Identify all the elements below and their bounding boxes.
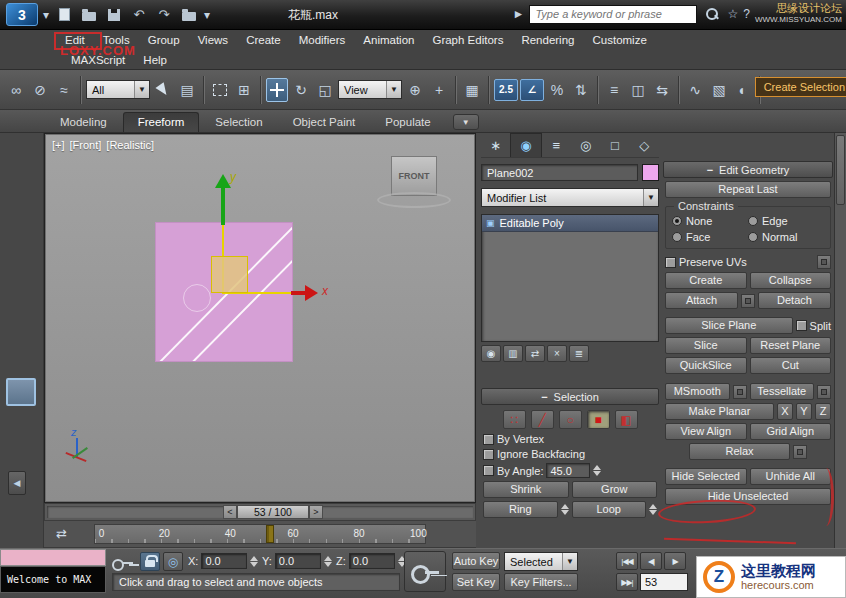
undo-button[interactable]: ↶ (129, 5, 149, 25)
key-filters-button[interactable]: Key Filters... (504, 573, 578, 591)
gizmo-y-arrowhead-icon[interactable] (215, 174, 231, 188)
material-editor-icon[interactable]: ◐ (732, 78, 754, 102)
stack-item-editable-poly[interactable]: ▣ Editable Poly (482, 215, 658, 232)
pin-stack-icon[interactable]: ◉ (481, 345, 501, 362)
repeat-last-button[interactable]: Repeat Last (665, 181, 831, 198)
y-coord-field[interactable] (275, 553, 321, 569)
viewcube[interactable]: FRONT (391, 156, 437, 196)
search-input[interactable] (529, 5, 697, 24)
track-bar-ruler[interactable]: 0 20 40 60 80 100 (94, 524, 426, 544)
loop-spinner[interactable] (649, 504, 657, 515)
viewport-menu-shading[interactable]: [Realistic] (106, 139, 154, 151)
remove-modifier-icon[interactable]: × (547, 345, 567, 362)
preserve-uvs-checkbox[interactable] (665, 257, 676, 268)
help-icon[interactable]: ? (743, 7, 750, 21)
by-angle-field[interactable] (546, 463, 590, 478)
hierarchy-tab-icon[interactable]: ≡ (542, 133, 571, 157)
tab-selection[interactable]: Selection (201, 113, 276, 132)
relax-button[interactable]: Relax (689, 443, 790, 460)
tessellate-settings-button[interactable] (817, 385, 831, 399)
subobject-border-icon[interactable]: ○ (559, 410, 582, 429)
create-tab-icon[interactable]: ∗ (481, 133, 510, 157)
subobject-edge-icon[interactable]: ╱ (531, 410, 554, 429)
select-by-name-icon[interactable]: ▤ (176, 78, 198, 102)
gizmo-y-axis-handle[interactable] (221, 187, 225, 225)
selected-polygon[interactable] (211, 256, 248, 293)
attach-settings-button[interactable] (741, 294, 755, 308)
select-object-icon[interactable] (152, 78, 174, 102)
panel-scrollbar[interactable] (834, 133, 846, 548)
slice-plane-button[interactable]: Slice Plane (665, 317, 793, 334)
menu-graph-editors[interactable]: Graph Editors (423, 30, 512, 50)
slice-button[interactable]: Slice (665, 337, 747, 354)
modifier-stack[interactable]: ▣ Editable Poly (481, 214, 659, 342)
set-key-button[interactable]: Set Key (452, 573, 500, 591)
split-checkbox[interactable] (796, 320, 807, 331)
tab-populate[interactable]: Populate (371, 113, 444, 132)
make-unique-icon[interactable]: ⇄ (525, 345, 545, 362)
show-end-result-icon[interactable]: ▥ (503, 345, 523, 362)
hide-selected-button[interactable]: Hide Selected (665, 468, 747, 485)
constraint-none-radio[interactable] (672, 216, 682, 226)
schematic-view-icon[interactable]: ▧ (708, 78, 730, 102)
next-frame-button[interactable]: > (309, 505, 323, 519)
x-coord-field[interactable] (201, 553, 247, 569)
window-crossing-icon[interactable]: ⊞ (233, 78, 255, 102)
viewcube-ring[interactable] (377, 192, 451, 208)
subobject-element-icon[interactable]: ◧ (615, 410, 638, 429)
favorites-star-icon[interactable]: ☆ (727, 7, 738, 21)
subobject-polygon-icon[interactable]: ■ (587, 410, 610, 429)
keyboard-override-icon[interactable]: ▦ (461, 78, 483, 102)
unhide-all-button[interactable]: Unhide All (750, 468, 832, 485)
grow-button[interactable]: Grow (572, 481, 658, 498)
project-folder-button[interactable] (179, 5, 199, 25)
select-and-rotate-icon[interactable]: ↻ (290, 78, 312, 102)
time-slider-handle[interactable]: 53 / 100 (237, 505, 309, 519)
menu-modifiers[interactable]: Modifiers (290, 30, 355, 50)
save-file-button[interactable] (104, 5, 124, 25)
select-and-move-icon[interactable] (266, 78, 288, 102)
auto-key-button[interactable]: Auto Key (452, 552, 500, 570)
time-slider[interactable]: < 53 / 100 > (44, 503, 476, 521)
viewport-menu-view[interactable]: [Front] (70, 139, 102, 151)
align-icon[interactable]: ⇆ (651, 78, 673, 102)
select-and-manipulate-icon[interactable]: + (428, 78, 450, 102)
app-logo-icon[interactable]: 3 (6, 3, 38, 26)
reset-plane-button[interactable]: Reset Plane (750, 337, 832, 354)
by-angle-checkbox[interactable] (483, 465, 494, 476)
ring-spinner[interactable] (561, 504, 569, 515)
key-mode-dropdown[interactable]: Selected ▼ (504, 552, 578, 571)
motion-tab-icon[interactable]: ◎ (571, 133, 600, 157)
viewport-front[interactable]: [+] [Front] [Realistic] FRONT y x z (44, 133, 476, 503)
ribbon-minimize-icon[interactable]: ▼ (453, 114, 479, 130)
attach-button[interactable]: Attach (665, 292, 738, 309)
menu-customize[interactable]: Customize (583, 30, 655, 50)
constraint-normal-radio[interactable] (748, 232, 758, 242)
subobject-vertex-icon[interactable]: ∷ (503, 410, 526, 429)
gizmo-x-arrowhead-icon[interactable] (305, 285, 318, 301)
curve-editor-icon[interactable]: ∿ (684, 78, 706, 102)
rollout-selection-header[interactable]: − Selection (481, 388, 659, 405)
make-planar-x-button[interactable]: X (777, 403, 793, 420)
hide-unselected-button[interactable]: Hide Unselected (665, 488, 831, 505)
play-button[interactable]: ▶ (664, 552, 686, 570)
make-planar-button[interactable]: Make Planar (665, 403, 774, 420)
relax-settings-button[interactable] (793, 445, 807, 459)
make-planar-y-button[interactable]: Y (796, 403, 812, 420)
expand-panel-arrow-icon[interactable]: ◀ (8, 471, 26, 495)
quickslice-button[interactable]: QuickSlice (665, 357, 747, 374)
use-pivot-center-icon[interactable]: ⊕ (404, 78, 426, 102)
y-coord-spinner[interactable] (324, 556, 332, 567)
absolute-mode-toggle[interactable]: ◎ (163, 552, 183, 571)
menu-create[interactable]: Create (237, 30, 290, 50)
spinner-snap-icon[interactable]: ⇅ (570, 78, 592, 102)
rectangular-selection-icon[interactable] (209, 78, 231, 102)
redo-button[interactable]: ↷ (154, 5, 174, 25)
current-frame-field[interactable] (640, 573, 688, 591)
open-mini-curve-editor-icon[interactable]: ⇄ (56, 526, 67, 541)
qat-more-arrow-icon[interactable]: ▾ (204, 8, 210, 22)
tab-freeform[interactable]: Freeform (123, 112, 200, 132)
menu-animation[interactable]: Animation (354, 30, 423, 50)
x-coord-spinner[interactable] (250, 556, 258, 567)
menu-help[interactable]: Help (134, 50, 176, 70)
